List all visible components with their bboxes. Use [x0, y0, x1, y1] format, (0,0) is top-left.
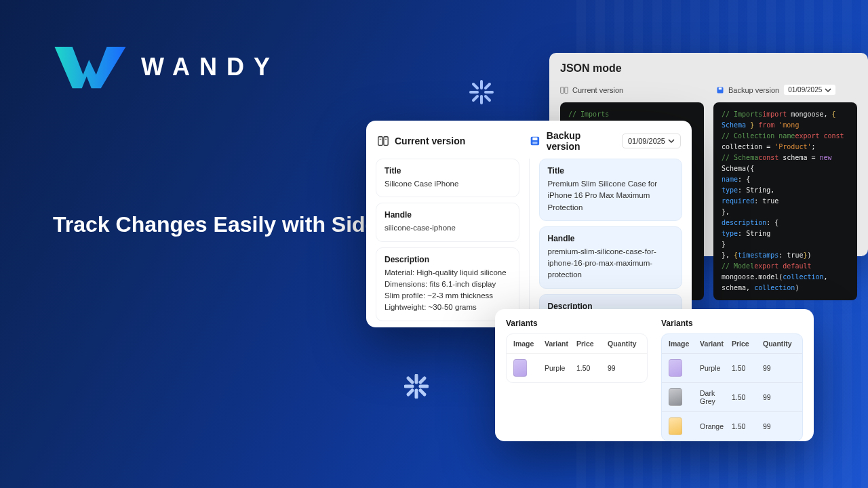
backup-version-header: Backup version 01/09/2025: [529, 130, 681, 152]
col-quantity: Quantity: [763, 340, 795, 348]
field-value: premium-slim-silicone-case-for-iphone-16…: [548, 246, 674, 281]
variants-backup: Variants Image Variant Price Quantity Pu…: [661, 319, 803, 432]
svg-line-8: [473, 96, 477, 100]
variant-quantity: 99: [763, 422, 795, 430]
variant-image: [669, 418, 682, 435]
chevron-down-icon: [825, 87, 831, 94]
json-current-label: Current version: [572, 86, 623, 94]
variant-quantity: 99: [608, 364, 640, 372]
svg-rect-21: [378, 137, 382, 146]
brand-name: WANDY: [141, 53, 279, 81]
json-backup-header: Backup version 01/09/2025: [716, 84, 857, 96]
field-handle-current: Handle silicone-case-iphone: [376, 203, 519, 241]
variants-header-row: Image Variant Price Quantity: [662, 334, 802, 353]
variant-image: [669, 359, 682, 377]
col-quantity: Quantity: [608, 340, 640, 348]
backup-version-label: Backup version: [547, 130, 616, 152]
variant-price: 1.50: [732, 393, 759, 401]
json-code-backup: // Importsimport mongoose, { Schema } fr…: [713, 102, 857, 300]
json-date-selector[interactable]: 01/09/2025: [783, 84, 836, 96]
json-backup-label: Backup version: [728, 86, 779, 94]
variant-quantity: 99: [763, 393, 795, 401]
side-by-side-card: Current version Backup version 01/09/202…: [366, 121, 692, 327]
variants-title: Variants: [661, 319, 803, 328]
variants-title: Variants: [506, 319, 648, 328]
chevron-down-icon: [668, 138, 675, 144]
json-current-header: Current version: [560, 86, 701, 94]
col-image: Image: [669, 340, 696, 348]
variant-quantity: 99: [763, 364, 795, 372]
book-icon: [377, 135, 389, 147]
variant-name: Purple: [545, 364, 572, 372]
col-variant: Variant: [545, 340, 572, 348]
svg-rect-26: [532, 138, 537, 140]
field-handle-backup: Handle premium-slim-silicone-case-for-ip…: [539, 226, 683, 289]
field-label: Title: [384, 166, 511, 176]
table-row: Purple1.5099: [662, 353, 802, 382]
svg-line-15: [420, 378, 425, 382]
col-variant: Variant: [700, 340, 728, 348]
json-date-value: 01/09/2025: [788, 86, 822, 94]
disk-icon: [529, 135, 541, 147]
field-title-backup: Title Premium Slim Silicone Case for iPh…: [539, 159, 683, 221]
field-title-current: Title Silicone Case iPhone: [376, 159, 519, 197]
field-label: Title: [548, 166, 674, 176]
svg-line-5: [473, 84, 477, 88]
current-column: Title Silicone Case iPhone Handle silico…: [366, 159, 530, 327]
svg-line-14: [420, 390, 425, 394]
variants-current: Variants Image Variant Price Quantity Pu…: [506, 319, 648, 432]
svg-rect-17: [561, 87, 564, 93]
svg-line-7: [486, 84, 490, 88]
variant-image: [669, 388, 682, 406]
field-description-current: Description Material: High-quality liqui…: [376, 247, 519, 321]
svg-line-16: [408, 390, 412, 394]
json-mode-title: JSON mode: [560, 62, 857, 75]
svg-line-13: [408, 378, 412, 382]
disk-icon: [716, 86, 724, 94]
sparkle-icon: [469, 80, 494, 107]
field-label: Handle: [384, 210, 511, 220]
svg-rect-22: [384, 137, 388, 146]
current-version-label: Current version: [395, 136, 465, 146]
field-value: silicone-case-iphone: [384, 222, 511, 234]
variants-card: Variants Image Variant Price Quantity Pu…: [495, 309, 814, 441]
svg-line-6: [486, 96, 490, 100]
backup-date-value: 01/09/2025: [628, 137, 665, 145]
variant-price: 1.50: [732, 422, 759, 430]
backup-date-selector[interactable]: 01/09/2025: [622, 134, 681, 148]
book-icon: [560, 86, 568, 94]
variant-name: Purple: [700, 364, 728, 372]
field-value: Silicone Case iPhone: [384, 178, 511, 190]
table-row: Orange1.5099: [662, 411, 802, 441]
variant-image: [513, 359, 527, 377]
sparkle-icon: [404, 374, 429, 401]
svg-marker-0: [55, 47, 126, 88]
svg-rect-20: [719, 87, 722, 89]
col-price: Price: [576, 340, 604, 348]
brand-lockup: WANDY: [53, 42, 279, 92]
field-label: Handle: [548, 234, 674, 243]
svg-rect-18: [565, 87, 568, 93]
table-row: Dark Grey1.5099: [662, 382, 802, 411]
col-image: Image: [513, 340, 540, 348]
field-label: Description: [384, 255, 511, 264]
svg-rect-27: [532, 142, 537, 144]
variant-name: Orange: [700, 422, 728, 430]
variant-price: 1.50: [732, 364, 759, 372]
backup-column: Title Premium Slim Silicone Case for iPh…: [530, 159, 692, 327]
variant-price: 1.50: [576, 364, 604, 372]
table-row: Purple1.5099: [507, 353, 647, 382]
variant-name: Dark Grey: [700, 389, 728, 405]
field-value: Premium Slim Silicone Case for iPhone 16…: [548, 178, 674, 214]
wandy-logo-icon: [53, 42, 127, 92]
col-price: Price: [732, 340, 759, 348]
current-version-header: Current version: [377, 130, 529, 152]
field-value: Material: High-quality liquid silicone D…: [384, 267, 511, 314]
variants-header-row: Image Variant Price Quantity: [507, 334, 647, 353]
